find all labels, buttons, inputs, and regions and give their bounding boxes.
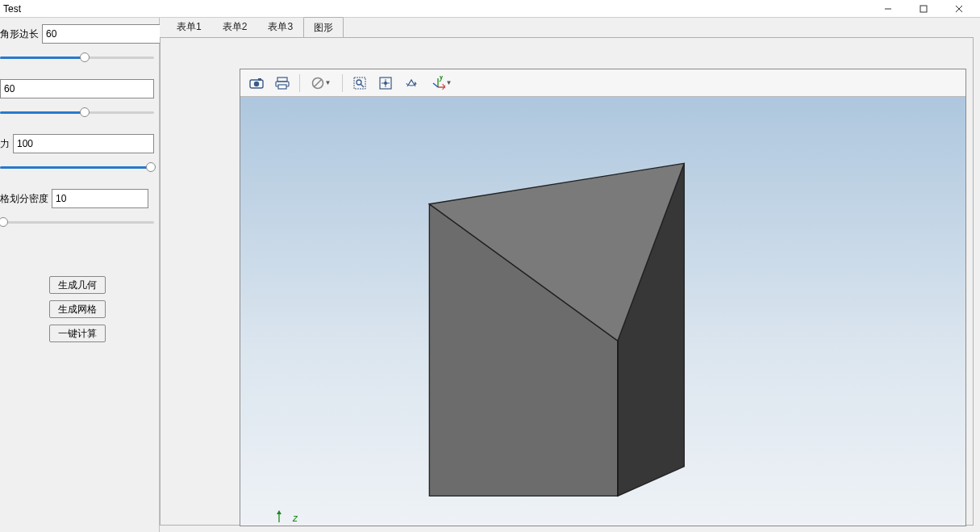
- tab-graphics[interactable]: 图形: [303, 17, 344, 38]
- field-triangle-edge: 角形边长: [0, 24, 154, 44]
- svg-rect-6: [258, 78, 261, 81]
- zoom-box-button[interactable]: [348, 73, 371, 94]
- maximize-button[interactable]: [906, 0, 941, 18]
- triangle-edge-input[interactable]: [42, 24, 171, 44]
- force-input[interactable]: [13, 134, 154, 153]
- generate-mesh-button[interactable]: 生成网格: [49, 300, 106, 318]
- close-button[interactable]: [941, 0, 977, 18]
- axis-arrow-icon: [276, 509, 290, 524]
- tab-form1[interactable]: 表单1: [166, 16, 212, 37]
- svg-text:x: x: [442, 81, 445, 90]
- svg-rect-9: [278, 85, 286, 89]
- svg-rect-7: [277, 77, 287, 82]
- tab-panel-graphics: ▼ yx ▼: [160, 37, 974, 526]
- main-area: 表单1 表单2 表单3 图形 ▼: [160, 18, 980, 532]
- svg-marker-28: [277, 510, 281, 514]
- viewer-toolbar: ▼ yx ▼: [240, 69, 965, 97]
- mesh-density-slider[interactable]: [0, 215, 154, 229]
- axis-label-z: z: [276, 509, 298, 524]
- titlebar: Test: [0, 0, 980, 18]
- fit-extents-icon: [378, 76, 393, 90]
- toolbar-separator: [342, 74, 343, 92]
- svg-point-5: [254, 81, 259, 86]
- svg-line-20: [433, 83, 438, 87]
- svg-point-16: [384, 82, 387, 85]
- mesh-density-input[interactable]: [52, 189, 148, 208]
- svg-line-14: [361, 84, 364, 87]
- tab-form3[interactable]: 表单3: [257, 16, 303, 37]
- triangle-edge-slider[interactable]: [0, 50, 154, 65]
- cancel-icon: [311, 77, 324, 90]
- field-2: [0, 79, 154, 98]
- toolbar-separator: [299, 74, 300, 92]
- zoom-box-icon: [352, 76, 367, 90]
- chevron-down-icon: ▼: [446, 79, 452, 86]
- tab-bar: 表单1 表单2 表单3 图形: [160, 18, 980, 37]
- print-icon: [275, 77, 290, 90]
- rotate-view-icon: [404, 76, 419, 90]
- camera-button[interactable]: [245, 73, 268, 94]
- field-mesh-density: 格划分密度: [0, 189, 154, 208]
- chevron-down-icon: ▼: [325, 79, 332, 86]
- field-label: 力: [0, 137, 10, 151]
- tab-form2[interactable]: 表单2: [212, 16, 258, 37]
- 3d-viewport[interactable]: z: [240, 97, 965, 526]
- maximize-icon: [920, 5, 928, 13]
- field-label: 格划分密度: [0, 192, 48, 206]
- sidebar: 角形边长 力 格划分密度 生成几何 生成网: [0, 18, 160, 532]
- field-label: 角形边长: [0, 27, 39, 41]
- cancel-button[interactable]: ▼: [306, 73, 336, 94]
- field-2-slider[interactable]: [0, 105, 154, 119]
- generate-geometry-button[interactable]: 生成几何: [49, 276, 106, 294]
- geometry-prism: [240, 97, 965, 526]
- action-buttons: 生成几何 生成网格 一键计算: [0, 276, 154, 342]
- viewer-frame: ▼ yx ▼: [240, 69, 966, 526]
- minimize-button[interactable]: [870, 0, 906, 18]
- print-button[interactable]: [271, 73, 294, 94]
- axis-triad-button[interactable]: yx ▼: [426, 73, 457, 94]
- axis-triad-icon: yx: [431, 76, 445, 90]
- camera-icon: [249, 77, 264, 90]
- svg-rect-1: [920, 6, 927, 12]
- field-force: 力: [0, 134, 154, 153]
- window-title: Test: [3, 3, 870, 15]
- force-slider[interactable]: [0, 160, 154, 174]
- fit-extents-button[interactable]: [374, 73, 397, 94]
- one-click-compute-button[interactable]: 一键计算: [49, 325, 106, 342]
- rotate-view-button[interactable]: [400, 73, 423, 94]
- close-icon: [955, 5, 963, 13]
- svg-line-11: [314, 79, 321, 86]
- minimize-icon: [884, 5, 892, 13]
- field-2-input[interactable]: [0, 79, 154, 98]
